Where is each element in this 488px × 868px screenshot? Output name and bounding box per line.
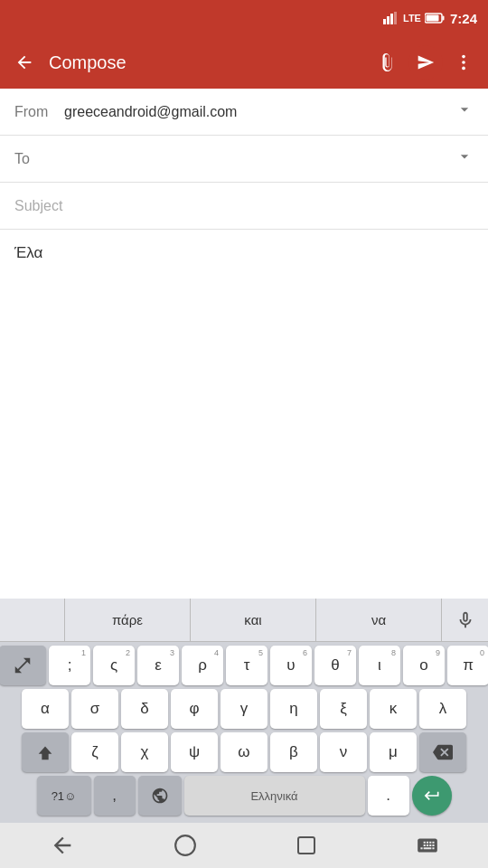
from-row: From greeceandroid@gmail.com	[0, 89, 488, 136]
svg-point-8	[462, 61, 465, 64]
enter-key[interactable]	[412, 776, 452, 816]
key-alpha[interactable]: α	[22, 689, 69, 729]
lte-badge: LTE	[403, 13, 421, 24]
nav-home-icon	[174, 834, 197, 857]
backspace-icon	[433, 742, 453, 762]
key-zeta[interactable]: ζ	[71, 732, 118, 772]
suggestion-1[interactable]: πάρε	[65, 599, 191, 641]
svg-rect-11	[298, 837, 314, 854]
back-button[interactable]	[7, 45, 42, 80]
from-dropdown[interactable]	[455, 100, 474, 123]
to-row[interactable]: To	[0, 136, 488, 183]
suggestion-3[interactable]: να	[316, 599, 441, 641]
key-chi[interactable]: χ	[121, 732, 168, 772]
from-value: greeceandroid@gmail.com	[64, 104, 452, 120]
app-bar-actions	[371, 45, 481, 80]
keyboard-main: 1 ; 2 ς 3 ε 4 ρ 5 τ 6 υ	[0, 642, 488, 823]
signal-icon	[383, 12, 399, 24]
microphone-icon	[455, 610, 475, 630]
key-pi[interactable]: 0 π	[447, 646, 488, 685]
key-sigma[interactable]: σ	[71, 689, 118, 729]
expand-key[interactable]	[0, 646, 46, 685]
nav-back-button[interactable]	[42, 826, 82, 865]
key-kappa[interactable]: κ	[370, 689, 417, 729]
globe-icon	[151, 787, 169, 805]
key-omicron[interactable]: 9 ο	[403, 646, 445, 685]
key-nu[interactable]: ν	[320, 732, 367, 772]
attach-button[interactable]	[371, 45, 405, 80]
comma-key[interactable]: ,	[94, 776, 136, 816]
more-icon	[454, 52, 474, 72]
mic-button[interactable]	[441, 599, 488, 641]
email-body[interactable]: Έλα	[0, 230, 488, 338]
subject-row[interactable]: Subject	[0, 183, 488, 230]
enter-icon	[423, 787, 441, 805]
subject-placeholder: Subject	[14, 198, 62, 214]
key-lambda[interactable]: λ	[419, 689, 466, 729]
key-delta[interactable]: δ	[121, 689, 168, 729]
key-iota[interactable]: 8 ι	[359, 646, 400, 685]
svg-rect-6	[426, 15, 438, 22]
body-text: Έλα	[14, 244, 42, 261]
key-upsilon[interactable]: 6 υ	[270, 646, 312, 685]
nav-back-icon	[50, 833, 75, 858]
send-icon	[417, 53, 435, 71]
chevron-down-icon	[455, 100, 474, 118]
key-sigma-final[interactable]: 2 ς	[93, 646, 135, 685]
nav-recents-icon	[296, 835, 317, 856]
key-gamma[interactable]: γ	[221, 689, 267, 729]
keyboard-row-3: ζ χ ψ ω β ν μ	[2, 732, 486, 772]
globe-key[interactable]	[138, 776, 182, 816]
status-bar: LTE 7:24	[0, 0, 488, 36]
svg-rect-5	[442, 16, 444, 21]
svg-rect-0	[383, 19, 386, 24]
app-bar: Compose	[0, 36, 488, 89]
page-title: Compose	[49, 52, 363, 73]
suggestion-2[interactable]: και	[191, 599, 316, 641]
key-psi[interactable]: ψ	[171, 732, 218, 772]
nav-keyboard-button[interactable]	[408, 826, 446, 864]
key-phi[interactable]: φ	[171, 689, 218, 729]
shift-icon	[35, 742, 55, 762]
key-eta[interactable]: η	[270, 689, 317, 729]
to-dropdown[interactable]	[455, 147, 474, 170]
symbols-key[interactable]: ?1☺	[37, 776, 91, 816]
key-omega[interactable]: ω	[221, 732, 267, 772]
svg-point-7	[462, 55, 465, 59]
autocomplete-suggestions: πάρε και να	[65, 599, 441, 641]
backspace-key[interactable]	[419, 732, 466, 772]
autocomplete-left	[0, 599, 65, 641]
send-button[interactable]	[408, 45, 443, 80]
autocomplete-bar: πάρε και να	[0, 599, 488, 642]
key-xi[interactable]: ξ	[320, 689, 367, 729]
svg-point-9	[462, 67, 465, 71]
to-label: To	[14, 151, 64, 167]
nav-bar	[0, 823, 488, 868]
svg-point-10	[175, 835, 195, 855]
space-key[interactable]: Ελληνικά	[184, 776, 365, 816]
key-rho[interactable]: 4 ρ	[182, 646, 223, 685]
keyboard-row-4: ?1☺ , Ελληνικά .	[2, 776, 486, 816]
svg-rect-3	[394, 12, 397, 24]
keyboard-row-1: 1 ; 2 ς 3 ε 4 ρ 5 τ 6 υ	[2, 646, 486, 685]
nav-recents-button[interactable]	[288, 827, 324, 863]
period-key[interactable]: .	[368, 776, 409, 816]
status-icons: LTE	[383, 12, 445, 24]
nav-home-button[interactable]	[166, 826, 204, 864]
key-mu[interactable]: μ	[370, 732, 417, 772]
key-epsilon[interactable]: 3 ε	[137, 646, 179, 685]
more-button[interactable]	[446, 45, 481, 80]
chevron-down-icon-to	[455, 147, 474, 165]
key-beta[interactable]: β	[270, 732, 317, 772]
battery-icon	[425, 13, 445, 24]
key-semicolon[interactable]: 1 ;	[49, 646, 90, 685]
from-label: From	[14, 104, 64, 120]
shift-key[interactable]	[22, 732, 69, 772]
status-time: 7:24	[450, 11, 477, 26]
key-theta[interactable]: 7 θ	[314, 646, 356, 685]
attach-icon	[378, 52, 398, 72]
key-tau[interactable]: 5 τ	[226, 646, 267, 685]
svg-rect-2	[390, 14, 393, 24]
email-form: From greeceandroid@gmail.com To Subject …	[0, 89, 488, 338]
back-arrow-icon	[14, 52, 34, 72]
